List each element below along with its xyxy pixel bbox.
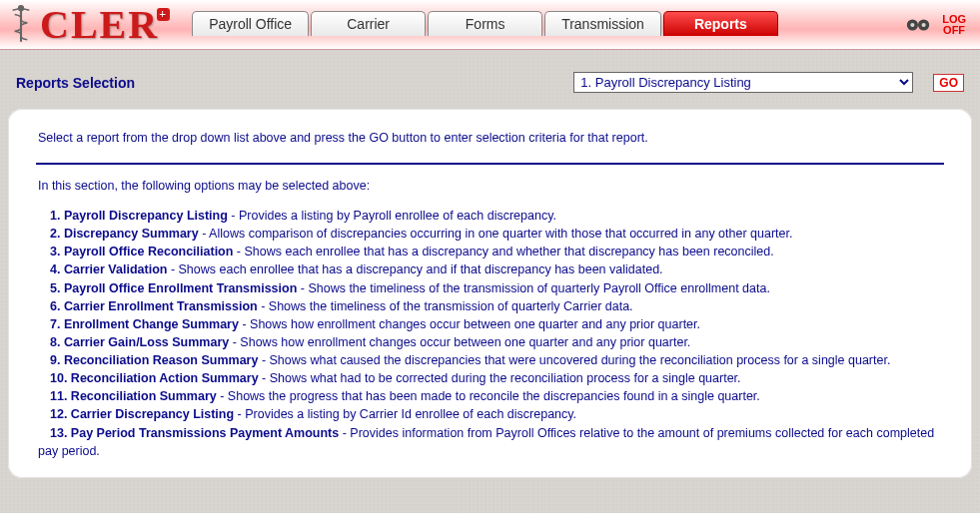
intro-text: Select a report from the drop down list …	[38, 131, 948, 145]
option-title: 2. Discrepancy Summary	[50, 227, 199, 241]
option-title: 8. Carrier Gain/Loss Summary	[50, 335, 229, 349]
option-item: 12. Carrier Discrepancy Listing - Provid…	[38, 405, 948, 423]
option-title: 10. Reconciliation Action Summary	[50, 371, 259, 385]
option-item: 4. Carrier Validation - Shows each enrol…	[38, 260, 948, 278]
header-right-controls: LOG OFF	[904, 14, 972, 36]
option-item: 11. Reconciliation Summary - Shows the p…	[38, 387, 948, 405]
logoff-link[interactable]: LOG OFF	[942, 14, 966, 36]
plus-icon: +	[157, 8, 170, 21]
option-desc: - Shows each enrollee that has a discrep…	[167, 262, 662, 276]
option-item: 13. Pay Period Transmissions Payment Amo…	[38, 424, 948, 460]
option-desc: - Allows comparison of discrepancies occ…	[199, 227, 793, 241]
options-intro: In this section, the following options m…	[38, 179, 948, 193]
caduceus-icon	[8, 4, 34, 46]
logo: CLER +	[8, 1, 172, 48]
logo-text-label: CLER	[40, 1, 159, 48]
logo-text: CLER +	[40, 1, 172, 48]
option-desc: - Provides a listing by Carrier Id enrol…	[234, 407, 576, 421]
tab-transmission[interactable]: Transmission	[544, 11, 661, 36]
option-title: 11. Reconciliation Summary	[50, 389, 217, 403]
report-select[interactable]: 1. Payroll Discrepancy Listing	[573, 72, 913, 93]
go-button[interactable]: GO	[933, 74, 964, 92]
option-item: 1. Payroll Discrepancy Listing - Provide…	[38, 207, 948, 225]
option-desc: - Shows what had to be corrected during …	[259, 371, 741, 385]
tab-carrier[interactable]: Carrier	[311, 11, 426, 36]
option-title: 3. Payroll Office Reconciliation	[50, 245, 233, 258]
tab-reports[interactable]: Reports	[663, 11, 778, 36]
option-item: 5. Payroll Office Enrollment Transmissio…	[38, 279, 948, 297]
option-item: 3. Payroll Office Reconciliation - Shows…	[38, 243, 948, 260]
app-header: CLER + Payroll Office Carrier Forms Tran…	[0, 0, 980, 50]
gears-icon[interactable]	[904, 15, 932, 35]
option-item: 9. Reconciliation Reason Summary - Shows…	[38, 351, 948, 369]
option-item: 2. Discrepancy Summary - Allows comparis…	[38, 225, 948, 243]
options-list: 1. Payroll Discrepancy Listing - Provide…	[38, 207, 948, 460]
option-title: 6. Carrier Enrollment Transmission	[50, 299, 258, 313]
option-desc: - Shows the progress that has been made …	[217, 389, 760, 403]
tab-forms[interactable]: Forms	[428, 11, 542, 36]
selection-row: Reports Selection 1. Payroll Discrepancy…	[0, 50, 980, 103]
option-desc: - Provides a listing by Payroll enrollee…	[228, 209, 556, 223]
tab-bar: Payroll Office Carrier Forms Transmissio…	[192, 11, 778, 36]
option-title: 13. Pay Period Transmissions Payment Amo…	[50, 426, 339, 440]
option-title: 5. Payroll Office Enrollment Transmissio…	[50, 281, 297, 295]
option-title: 9. Reconciliation Reason Summary	[50, 353, 258, 367]
logoff-line2: OFF	[943, 24, 965, 36]
option-item: 10. Reconciliation Action Summary - Show…	[38, 369, 948, 387]
section-title: Reports Selection	[16, 75, 135, 91]
option-title: 12. Carrier Discrepancy Listing	[50, 407, 234, 421]
svg-point-5	[922, 22, 926, 26]
option-title: 1. Payroll Discrepancy Listing	[50, 209, 228, 223]
option-item: 6. Carrier Enrollment Transmission - Sho…	[38, 297, 948, 315]
svg-point-3	[910, 22, 914, 26]
option-desc: - Shows how enrollment changes occur bet…	[229, 335, 690, 349]
option-desc: - Shows how enrollment changes occur bet…	[239, 317, 700, 331]
option-desc: - Shows what caused the discrepancies th…	[258, 353, 890, 367]
option-title: 7. Enrollment Change Summary	[50, 317, 239, 331]
content-card: Select a report from the drop down list …	[8, 109, 972, 478]
tab-payroll-office[interactable]: Payroll Office	[192, 11, 309, 36]
divider	[36, 163, 944, 165]
option-desc: - Shows each enrollee that has a discrep…	[233, 245, 773, 258]
option-item: 7. Enrollment Change Summary - Shows how…	[38, 315, 948, 333]
option-desc: - Shows the timeliness of the transmissi…	[297, 281, 770, 295]
option-title: 4. Carrier Validation	[50, 262, 167, 276]
option-desc: - Shows the timeliness of the transmissi…	[258, 299, 633, 313]
option-item: 8. Carrier Gain/Loss Summary - Shows how…	[38, 333, 948, 351]
